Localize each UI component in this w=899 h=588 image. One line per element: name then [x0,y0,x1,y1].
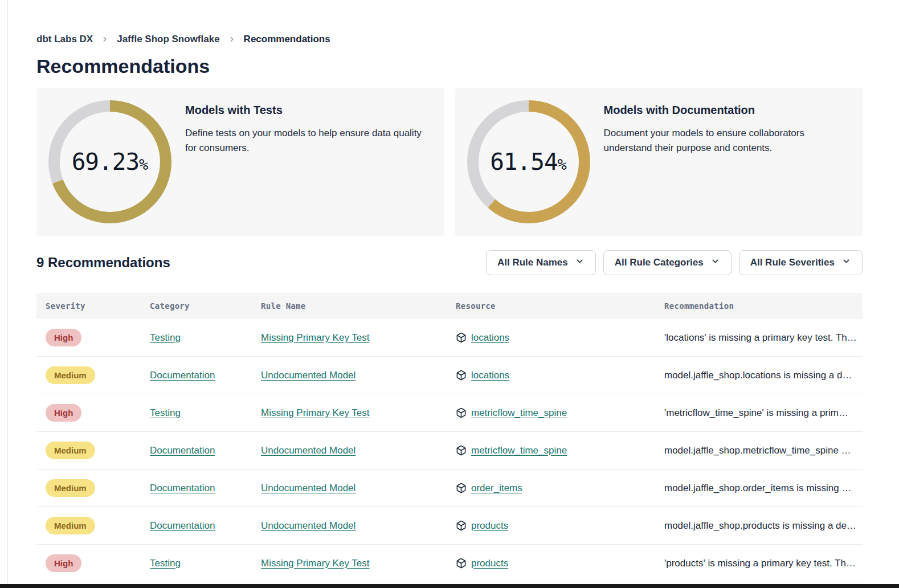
resource-cell: metricflow_time_spine [447,445,655,456]
recommendation-cell: 'metricflow_time_spine' is missing a pri… [655,407,863,419]
column-header-category: Category [141,301,252,311]
resource-cell: metricflow_time_spine [447,407,655,419]
clipped-bottom-bar [0,584,899,588]
resource-link[interactable]: metricflow_time_spine [471,407,567,419]
resource-link[interactable]: products [471,558,508,569]
chevron-right-icon [101,35,109,43]
severity-badge: High [46,554,81,572]
breadcrumb-item-account[interactable]: dbt Labs DX [36,34,93,45]
resource-link[interactable]: locations [471,332,509,344]
percent-value: 69.23 [72,148,139,175]
filter-label: All Rule Categories [615,257,704,268]
chevron-down-icon [841,256,851,269]
category-link[interactable]: Testing [150,407,181,418]
resource-cell: order_items [447,483,655,494]
model-cube-icon [456,520,467,531]
percent-sign: % [558,156,567,173]
breadcrumb-item-current: Recommendations [244,34,330,45]
model-cube-icon [456,558,467,569]
resource-cell: locations [447,332,655,344]
category-cell: Testing [141,332,252,344]
rule-name-link[interactable]: Missing Primary Key Test [261,332,370,343]
resource-cell: products [447,520,655,532]
left-edge-divider [7,0,8,588]
recommendation-text: 'metricflow_time_spine' is missing a pri… [664,407,863,419]
rule-name-link[interactable]: Undocumented Model [261,520,355,531]
category-cell: Documentation [141,445,252,456]
severity-cell: Medium [36,366,141,384]
resource-cell: products [447,558,655,569]
category-cell: Documentation [141,370,252,381]
category-cell: Testing [141,558,252,569]
table-row: Medium Documentation Undocumented Model … [36,357,863,394]
resource-cell: locations [447,370,655,381]
card-title: Models with Tests [185,104,428,117]
page-title: Recommendations [36,55,863,77]
resource-link[interactable]: locations [471,370,509,381]
metric-cards: 69.23% Models with Tests Define tests on… [36,88,863,236]
recommendation-cell: model.jaffle_shop.products is missing a … [655,520,863,532]
table-row: High Testing Missing Primary Key Test pr… [36,545,863,582]
recommendations-page: dbt Labs DX Jaffle Shop Snowflake Recomm… [0,0,899,582]
breadcrumb-item-project[interactable]: Jaffle Shop Snowflake [117,34,219,45]
severity-badge: Medium [46,517,95,534]
column-header-recommendation: Recommendation [655,301,863,311]
category-link[interactable]: Testing [150,332,181,343]
table-row: Medium Documentation Undocumented Model … [36,507,863,545]
model-cube-icon [456,332,467,343]
rule-name-link[interactable]: Undocumented Model [261,370,355,381]
column-header-resource: Resource [447,301,655,311]
severity-badge: Medium [46,366,95,384]
recommendation-text: model.jaffle_shop.metricflow_time_spine … [664,445,863,456]
filter-bar: All Rule Names All Rule Categories All R… [486,250,863,275]
resource-link[interactable]: order_items [471,483,522,494]
resource-link[interactable]: metricflow_time_spine [471,445,567,456]
rule-name-link[interactable]: Missing Primary Key Test [261,407,370,418]
category-cell: Documentation [141,520,252,532]
recommendation-text: model.jaffle_shop.locations is missing a… [664,370,863,381]
recommendation-cell: 'locations' is missing a primary key tes… [655,332,863,344]
category-link[interactable]: Documentation [150,520,215,531]
rule-names-filter-dropdown[interactable]: All Rule Names [486,250,596,275]
model-cube-icon [456,483,467,493]
severity-cell: Medium [36,479,141,497]
severity-cell: Medium [36,442,141,459]
filter-label: All Rule Names [497,257,568,268]
recommendation-cell: model.jaffle_shop.metricflow_time_spine … [655,445,863,456]
rule-name-link[interactable]: Missing Primary Key Test [261,558,370,569]
chevron-down-icon [575,256,585,269]
recommendation-text: model.jaffle_shop.order_items is missing… [664,483,863,494]
rule-name-cell: Undocumented Model [252,483,447,494]
severity-cell: Medium [36,517,141,534]
rule-name-link[interactable]: Undocumented Model [261,445,355,456]
card-title: Models with Documentation [604,104,847,117]
table-row: High Testing Missing Primary Key Test lo… [36,319,863,357]
card-description: Document your models to ensure collabora… [604,126,847,156]
category-link[interactable]: Documentation [150,483,215,493]
category-link[interactable]: Testing [150,558,181,569]
rule-name-cell: Undocumented Model [252,370,447,381]
table-row: Medium Documentation Undocumented Model … [36,469,863,507]
filter-label: All Rule Severities [750,257,835,268]
rule-name-cell: Missing Primary Key Test [252,407,447,419]
recommendation-text: 'products' is missing a primary key test… [664,558,863,569]
recommendation-cell: 'products' is missing a primary key test… [655,558,863,569]
rule-severities-filter-dropdown[interactable]: All Rule Severities [739,250,863,275]
column-header-rule-name: Rule Name [252,301,447,311]
table-row: Medium Documentation Undocumented Model … [36,432,863,469]
recommendation-text: model.jaffle_shop.products is missing a … [664,520,863,532]
severity-badge: Medium [46,479,95,497]
resource-link[interactable]: products [471,520,508,532]
severity-badge: Medium [46,442,95,459]
severity-cell: High [36,404,141,422]
model-cube-icon [456,445,467,456]
rule-name-link[interactable]: Undocumented Model [261,483,355,493]
rule-name-cell: Missing Primary Key Test [252,332,447,344]
rule-categories-filter-dropdown[interactable]: All Rule Categories [603,250,732,275]
rule-name-cell: Undocumented Model [252,520,447,532]
rule-name-cell: Missing Primary Key Test [252,558,447,569]
category-link[interactable]: Documentation [150,445,215,456]
category-link[interactable]: Documentation [150,370,215,381]
documentation-donut-chart: 61.54% [467,100,590,223]
percent-sign: % [139,156,148,173]
